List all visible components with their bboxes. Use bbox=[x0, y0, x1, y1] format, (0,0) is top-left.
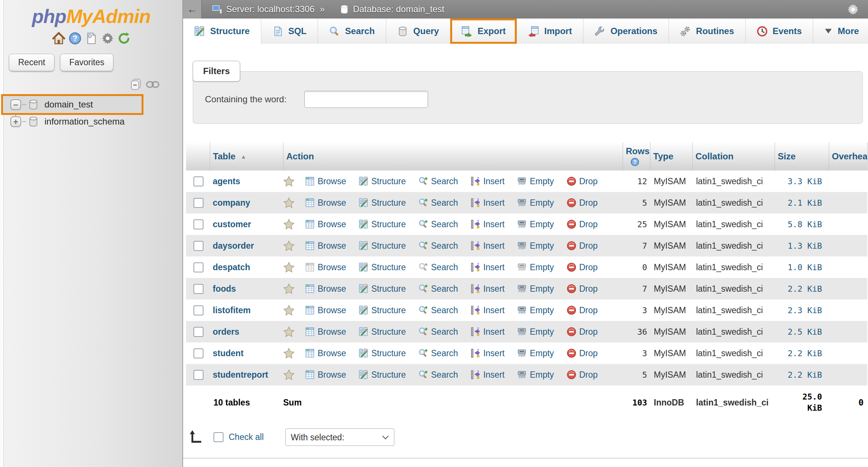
action-insert-link[interactable]: Insert bbox=[471, 241, 505, 251]
action-browse-link[interactable]: Browse bbox=[305, 262, 346, 272]
action-insert-link[interactable]: Insert bbox=[471, 219, 505, 229]
action-browse-link[interactable]: Browse bbox=[305, 348, 346, 358]
action-search-link[interactable]: Search bbox=[418, 176, 458, 186]
tab-import[interactable]: Import bbox=[517, 19, 583, 44]
action-search-link[interactable]: Search bbox=[418, 327, 458, 337]
sort-by-table-link[interactable]: Table▲ bbox=[213, 151, 246, 161]
tab-routines[interactable]: Routines bbox=[669, 19, 746, 44]
action-empty-link[interactable]: Empty bbox=[517, 348, 554, 358]
action-structure-link[interactable]: Structure bbox=[359, 348, 406, 358]
table-name-link[interactable]: agents bbox=[210, 176, 240, 186]
action-structure-link[interactable]: Structure bbox=[359, 176, 406, 186]
table-name-link[interactable]: studentreport bbox=[210, 370, 268, 380]
table-name-link[interactable]: company bbox=[210, 198, 250, 208]
docs-icon[interactable] bbox=[85, 32, 98, 45]
sidebar-scrollbar[interactable] bbox=[0, 0, 4, 467]
breadcrumb-server[interactable]: Server: localhost:3306 bbox=[226, 4, 315, 14]
check-all-label[interactable]: Check all bbox=[229, 432, 264, 442]
action-drop-link[interactable]: Drop bbox=[567, 370, 598, 380]
home-icon[interactable] bbox=[52, 32, 65, 45]
favorite-star-icon[interactable] bbox=[283, 262, 295, 273]
table-name-link[interactable]: customer bbox=[210, 219, 251, 229]
action-browse-link[interactable]: Browse bbox=[305, 176, 346, 186]
tab-more[interactable]: More bbox=[813, 19, 868, 44]
favorite-star-icon[interactable] bbox=[283, 348, 295, 359]
size-value[interactable]: 3.3 KiB bbox=[775, 170, 829, 192]
action-search-link[interactable]: Search bbox=[418, 284, 458, 294]
action-search-link[interactable]: Search bbox=[418, 305, 458, 315]
action-browse-link[interactable]: Browse bbox=[305, 241, 346, 251]
rows-help-icon[interactable] bbox=[630, 158, 639, 166]
action-empty-link[interactable]: Empty bbox=[517, 219, 554, 229]
action-insert-link[interactable]: Insert bbox=[471, 262, 505, 272]
action-structure-link[interactable]: Structure bbox=[359, 198, 406, 208]
size-value[interactable]: 2.2 KiB bbox=[775, 278, 829, 299]
tree-item-domain_test[interactable]: −domain_test bbox=[3, 96, 142, 113]
action-empty-link[interactable]: Empty bbox=[517, 305, 554, 315]
breadcrumb-database[interactable]: Database: domain_test bbox=[353, 4, 444, 14]
action-browse-link[interactable]: Browse bbox=[305, 219, 346, 229]
size-value[interactable]: 2.2 KiB bbox=[775, 364, 829, 385]
action-empty-link[interactable]: Empty bbox=[517, 262, 554, 272]
row-checkbox[interactable] bbox=[193, 219, 203, 229]
recent-button[interactable]: Recent bbox=[9, 54, 54, 71]
action-drop-link[interactable]: Drop bbox=[567, 176, 598, 186]
filter-word-input[interactable] bbox=[304, 91, 428, 108]
collapse-icon[interactable]: − bbox=[10, 99, 21, 110]
action-browse-link[interactable]: Browse bbox=[305, 305, 346, 315]
action-insert-link[interactable]: Insert bbox=[471, 198, 505, 208]
action-empty-link[interactable]: Empty bbox=[517, 284, 554, 294]
size-value[interactable]: 2.2 KiB bbox=[775, 342, 829, 364]
favorite-star-icon[interactable] bbox=[283, 176, 295, 187]
action-insert-link[interactable]: Insert bbox=[471, 327, 505, 337]
table-name-link[interactable]: listofitem bbox=[210, 305, 251, 315]
action-structure-link[interactable]: Structure bbox=[359, 262, 406, 272]
favorite-star-icon[interactable] bbox=[283, 283, 295, 295]
action-search-link[interactable]: Search bbox=[418, 198, 458, 208]
action-empty-link[interactable]: Empty bbox=[517, 241, 554, 251]
size-value[interactable]: 1.0 KiB bbox=[775, 256, 829, 278]
row-checkbox[interactable] bbox=[193, 176, 203, 186]
tab-structure[interactable]: Structure bbox=[183, 19, 261, 44]
row-checkbox[interactable] bbox=[193, 305, 203, 315]
action-drop-link[interactable]: Drop bbox=[567, 327, 598, 337]
row-checkbox[interactable] bbox=[193, 348, 203, 358]
action-structure-link[interactable]: Structure bbox=[359, 219, 406, 229]
check-all-checkbox[interactable] bbox=[213, 432, 223, 442]
phpmyadmin-logo[interactable]: phpMyAdmin bbox=[0, 0, 182, 27]
sort-by-rows-link[interactable]: Rows bbox=[626, 146, 650, 156]
expand-icon[interactable]: + bbox=[10, 116, 21, 127]
tab-events[interactable]: Events bbox=[746, 19, 814, 44]
row-checkbox[interactable] bbox=[193, 370, 203, 380]
row-checkbox[interactable] bbox=[193, 327, 203, 337]
row-checkbox[interactable] bbox=[193, 241, 203, 251]
action-insert-link[interactable]: Insert bbox=[471, 176, 505, 186]
action-insert-link[interactable]: Insert bbox=[471, 348, 505, 358]
action-drop-link[interactable]: Drop bbox=[567, 305, 598, 315]
action-search-link[interactable]: Search bbox=[418, 262, 458, 272]
action-insert-link[interactable]: Insert bbox=[471, 305, 505, 315]
settings-icon[interactable] bbox=[101, 32, 114, 45]
table-name-link[interactable]: student bbox=[210, 348, 243, 358]
action-drop-link[interactable]: Drop bbox=[567, 198, 598, 208]
favorite-star-icon[interactable] bbox=[283, 240, 295, 252]
link-panels-icon[interactable] bbox=[146, 80, 159, 89]
page-settings-icon[interactable] bbox=[847, 3, 859, 16]
table-name-link[interactable]: orders bbox=[210, 327, 239, 337]
action-structure-link[interactable]: Structure bbox=[359, 305, 406, 315]
action-empty-link[interactable]: Empty bbox=[517, 327, 554, 337]
tab-export[interactable]: Export bbox=[450, 19, 517, 44]
action-insert-link[interactable]: Insert bbox=[471, 284, 505, 294]
table-name-link[interactable]: daysorder bbox=[210, 241, 254, 251]
tab-query[interactable]: Query bbox=[386, 19, 450, 44]
back-button[interactable]: ← bbox=[183, 0, 202, 19]
size-value[interactable]: 1.3 KiB bbox=[775, 235, 829, 256]
row-checkbox[interactable] bbox=[193, 198, 203, 208]
action-drop-link[interactable]: Drop bbox=[567, 241, 598, 251]
action-browse-link[interactable]: Browse bbox=[305, 284, 346, 294]
with-selected-select[interactable]: With selected: bbox=[285, 428, 394, 446]
action-browse-link[interactable]: Browse bbox=[305, 370, 346, 380]
favorite-star-icon[interactable] bbox=[283, 219, 295, 230]
action-search-link[interactable]: Search bbox=[418, 370, 458, 380]
refresh-icon[interactable] bbox=[117, 32, 130, 45]
